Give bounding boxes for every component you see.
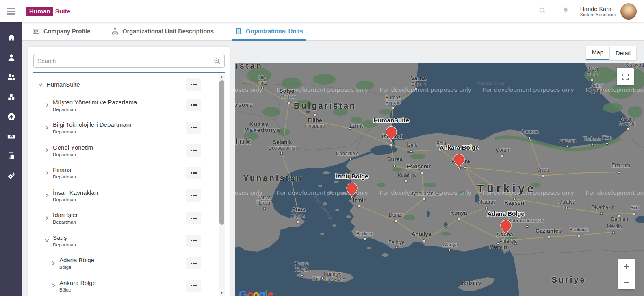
tree-row[interactable]: Genel Yönetim Departman bbox=[28, 139, 217, 162]
map-label: Patras bbox=[257, 195, 271, 200]
detail-view-button[interactable]: Detail bbox=[610, 46, 636, 60]
tree-row[interactable]: İdari İşler Departman bbox=[28, 207, 217, 230]
tree-row[interactable]: İnsan Kaynakları Departman bbox=[28, 184, 217, 207]
user-role: Sistem Yöneticisi bbox=[580, 12, 616, 17]
map-label: Çanakkale bbox=[336, 151, 359, 157]
chevron-right-icon[interactable] bbox=[45, 148, 49, 152]
map-label: Alanya bbox=[443, 242, 458, 248]
chevron-right-icon[interactable] bbox=[45, 126, 49, 130]
tab-organizational-unit-descriptions[interactable]: Organizational Unit Descriptions bbox=[111, 22, 214, 40]
user-info[interactable]: Hande Kara Sistem Yöneticisi bbox=[580, 6, 616, 17]
tree-row-subtitle: Departman bbox=[53, 129, 131, 134]
map-label: Malatya bbox=[558, 199, 575, 205]
marker-label: Ankara Bölge bbox=[440, 144, 479, 151]
chevron-right-icon[interactable] bbox=[45, 103, 49, 107]
map-view-button[interactable]: Map bbox=[586, 46, 609, 60]
tree-row[interactable]: Finans Departman bbox=[28, 162, 217, 185]
tree-row[interactable]: Ankara Bölge Bölge bbox=[28, 274, 217, 296]
menu-icon[interactable] bbox=[7, 7, 15, 16]
chevron-right-icon[interactable] bbox=[51, 261, 56, 266]
home-icon[interactable] bbox=[7, 33, 16, 42]
row-menu-button[interactable] bbox=[186, 235, 201, 247]
tab-organizational-units[interactable]: Organizational Units bbox=[235, 22, 303, 40]
google-logo[interactable]: Google bbox=[239, 288, 273, 296]
scroll-up-icon[interactable]: ▲ bbox=[219, 74, 225, 80]
search-input[interactable] bbox=[33, 54, 225, 68]
map-label: Ниш bbox=[257, 80, 267, 86]
upload-icon[interactable] bbox=[7, 112, 16, 121]
chevron-right-icon[interactable] bbox=[45, 193, 49, 198]
tree-row-title: İdari İşler bbox=[53, 211, 78, 219]
map-label: Atina bbox=[292, 207, 306, 213]
zoom-out-button[interactable]: − bbox=[618, 274, 635, 289]
scroll-down-icon[interactable]: ▼ bbox=[219, 290, 225, 296]
map-label: Trabzon bbox=[583, 136, 601, 141]
row-menu-button[interactable] bbox=[186, 167, 201, 179]
chevron-right-icon[interactable] bbox=[45, 216, 49, 220]
map-container: For development purposes onlyFor develop… bbox=[235, 63, 644, 296]
tree-row-title: Satış bbox=[53, 234, 76, 242]
tree-row[interactable]: HumanSuite bbox=[28, 75, 217, 94]
row-menu-button[interactable] bbox=[186, 122, 201, 134]
tree-row-subtitle: Bölge bbox=[59, 265, 94, 270]
tree-row[interactable]: Satış Departman bbox=[28, 229, 217, 252]
team-icon[interactable] bbox=[7, 73, 16, 82]
map-label: Türkiye bbox=[477, 183, 536, 195]
tree-row[interactable]: Adana Bölge Bölge bbox=[28, 252, 217, 275]
map-label: Samsun bbox=[521, 129, 539, 135]
map-label: Kıbrıs bbox=[462, 280, 482, 286]
map-label: Diyarbakır bbox=[592, 205, 614, 210]
watermark: For development purposes only bbox=[482, 86, 574, 93]
chevron-right-icon[interactable] bbox=[45, 171, 49, 175]
tree-row-subtitle: Departman bbox=[53, 197, 98, 202]
user-name: Hande Kara bbox=[580, 6, 616, 12]
map-label: Ηράκλειο bbox=[325, 276, 345, 282]
chevron-down-icon[interactable] bbox=[45, 238, 49, 243]
tree-row-title: Genel Yönetim bbox=[53, 144, 93, 151]
map-label: Rize bbox=[602, 135, 612, 141]
row-menu-button[interactable] bbox=[186, 78, 201, 91]
fullscreen-button[interactable] bbox=[617, 68, 634, 85]
scrollbar-thumb[interactable] bbox=[219, 80, 224, 225]
map-label: Kuzey bbox=[249, 121, 269, 127]
payroll-icon[interactable]: 0 bbox=[7, 132, 16, 141]
tree-row[interactable]: Müşteri Yönetimi ve Pazarlama Departman bbox=[28, 94, 217, 117]
row-menu-button[interactable] bbox=[186, 189, 201, 202]
map-label: Αθήνα bbox=[291, 213, 305, 218]
map-label: Sivas bbox=[537, 167, 549, 173]
map-label: Erzurum bbox=[611, 163, 630, 168]
map-label: Makedonya bbox=[245, 127, 281, 133]
row-menu-button[interactable] bbox=[186, 144, 201, 157]
avatar[interactable] bbox=[620, 3, 637, 20]
map-label: Адлер bbox=[588, 87, 603, 93]
user-icon[interactable] bbox=[7, 53, 16, 62]
search-zoom-icon[interactable] bbox=[213, 57, 221, 65]
settings-icon[interactable] bbox=[7, 172, 16, 181]
map-label: Antalya bbox=[412, 231, 432, 237]
marker-label: İzmir Bölge bbox=[336, 173, 369, 180]
map-label: Arnavutluk bbox=[235, 137, 252, 146]
turkey-map[interactable]: For development purposes onlyFor develop… bbox=[235, 63, 644, 296]
search-icon[interactable] bbox=[531, 7, 554, 16]
bell-icon[interactable] bbox=[554, 7, 578, 16]
row-menu-button[interactable] bbox=[186, 280, 201, 292]
tree-row-subtitle: Departman bbox=[53, 220, 78, 224]
row-menu-button[interactable] bbox=[186, 257, 201, 269]
map-label: Kriti bbox=[312, 276, 321, 282]
modules-icon[interactable] bbox=[7, 93, 16, 102]
marker-label: Adana Bölge bbox=[487, 210, 525, 217]
map-label: Antakya bbox=[499, 238, 517, 244]
map-label: София bbox=[280, 94, 296, 100]
row-menu-button[interactable] bbox=[186, 99, 201, 111]
chevron-down-icon[interactable] bbox=[38, 83, 43, 87]
tree-scrollbar[interactable]: ▲ ▼ bbox=[219, 74, 225, 296]
row-menu-button[interactable] bbox=[186, 212, 201, 224]
map-label: Fethiye bbox=[388, 239, 405, 245]
app-logo[interactable]: Human Suite bbox=[26, 7, 71, 16]
tab-company-profile[interactable]: Company Profile bbox=[33, 22, 90, 40]
documents-icon[interactable] bbox=[7, 152, 16, 161]
tree-row-title: Adana Bölge bbox=[59, 257, 94, 264]
tree-row[interactable]: Bilgi Teknolojileri Departmanı Departman bbox=[28, 117, 217, 139]
chevron-right-icon[interactable] bbox=[51, 283, 56, 288]
zoom-in-button[interactable]: + bbox=[618, 259, 635, 274]
